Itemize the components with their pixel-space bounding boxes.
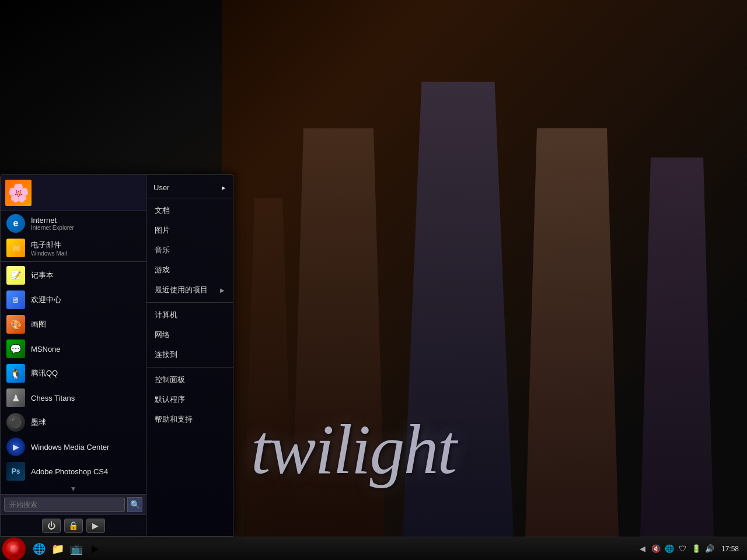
start-orb-inner [10, 545, 18, 553]
start-menu-search: 🔍 [1, 494, 146, 514]
tray-volume-icon[interactable]: 🔇 [650, 543, 662, 555]
taskbar-folder-icon[interactable]: 📁 [49, 540, 67, 558]
right-menu-music[interactable]: 音乐 [146, 240, 233, 260]
tray-security-icon[interactable]: 🛡 [677, 543, 689, 555]
right-menu-network[interactable]: 网络 [146, 325, 233, 345]
menu-item-qq[interactable]: 🐧 腾讯QQ [1, 361, 146, 386]
pinned-apps-section: e Internet Internet Explorer ✉ 电子邮件 Wind… [1, 211, 146, 494]
start-menu-header: 🌸 [1, 175, 146, 211]
recent-label: 最近使用的项目 [155, 285, 208, 295]
start-orb [6, 541, 22, 557]
defaultprograms-label: 默认程序 [155, 394, 185, 405]
chess-title: Chess Titans [31, 394, 75, 402]
qq-title: 腾讯QQ [31, 368, 58, 379]
menu-item-wmc[interactable]: ▶ Windows Media Center [1, 435, 146, 459]
menu-item-chess[interactable]: ♟ Chess Titans [1, 386, 146, 410]
mail-title: 电子邮件 [31, 240, 67, 250]
marble-icon: ⚫ [6, 413, 25, 432]
qq-icon: 🐧 [6, 364, 25, 383]
paint-title: 画图 [31, 319, 46, 330]
right-menu-games[interactable]: 游戏 [146, 260, 233, 280]
right-user-arrow: ▸ [222, 183, 226, 192]
right-menu-computer[interactable]: 计算机 [146, 305, 233, 325]
msn-icon: 💬 [6, 340, 25, 358]
controlpanel-label: 控制面板 [155, 374, 185, 385]
right-menu-pictures[interactable]: 图片 [146, 220, 233, 240]
marble-title: 墨球 [31, 417, 46, 428]
wmc-title: Windows Media Center [31, 443, 109, 452]
menu-divider-1 [1, 261, 146, 262]
notepad-icon: 📝 [6, 266, 25, 285]
notepad-title: 记事本 [31, 270, 54, 281]
ie-subtitle: Internet Explorer [31, 225, 74, 231]
mail-text: 电子邮件 Windows Mail [31, 240, 67, 257]
recent-arrow-icon: ▶ [220, 287, 225, 293]
paint-icon: 🎨 [6, 315, 25, 334]
help-label: 帮助和支持 [155, 414, 193, 425]
welcome-title: 欢迎中心 [31, 295, 61, 305]
menu-item-notepad[interactable]: 📝 记事本 [1, 263, 146, 288]
mail-subtitle: Windows Mail [31, 250, 67, 257]
right-menu-controlpanel[interactable]: 控制面板 [146, 370, 233, 390]
power-button[interactable]: ⏻ [42, 519, 61, 533]
start-button[interactable] [2, 537, 26, 561]
mail-icon: ✉ [6, 239, 25, 257]
media-taskbar-glyph: ▶ [92, 543, 99, 554]
menu-item-ps[interactable]: Ps Adobe Photoshop CS4 [1, 459, 146, 484]
quick-launch: 🌐 📁 📺 ▶ [28, 540, 106, 558]
wmc-icon: ▶ [6, 438, 25, 456]
menu-item-marble[interactable]: ⚫ 墨球 [1, 410, 146, 435]
desktop-wallpaper: twilight [222, 0, 747, 537]
right-divider-2 [146, 367, 233, 368]
ps-title: Adobe Photoshop CS4 [31, 467, 108, 476]
ie-title: Internet [31, 216, 74, 225]
ie-taskbar-glyph: 🌐 [33, 542, 46, 555]
ie-icon: e [6, 214, 25, 233]
tray-network-icon[interactable]: 🌐 [664, 543, 675, 555]
more-apps-indicator: ▼ [1, 484, 146, 494]
documents-label: 文档 [155, 205, 170, 216]
network-label: 网络 [155, 330, 170, 340]
chess-icon: ♟ [6, 388, 25, 407]
twilight-title-text: twilight [251, 410, 456, 490]
lock-button[interactable]: 🔒 [64, 519, 83, 533]
taskbar-media-icon[interactable]: ▶ [86, 540, 104, 558]
music-label: 音乐 [155, 245, 170, 256]
right-menu-connect[interactable]: 连接到 [146, 345, 233, 365]
menu-item-paint[interactable]: 🎨 画图 [1, 312, 146, 337]
right-menu-recent[interactable]: 最近使用的项目 ▶ [146, 280, 233, 300]
ie-icon-letter: e [13, 218, 19, 229]
right-menu-documents[interactable]: 文档 [146, 201, 233, 220]
ps-icon: Ps [6, 462, 25, 481]
figure-silhouette-4 [624, 158, 729, 537]
system-tray-area: ◀ 🔇 🌐 🛡 🔋 🔊 17:58 [637, 543, 747, 555]
down-arrow-icon: ▼ [70, 485, 77, 493]
right-menu-help[interactable]: 帮助和支持 [146, 410, 233, 429]
welcome-icon: 🖥 [6, 290, 25, 309]
right-divider-1 [146, 302, 233, 303]
taskbar: 🌐 📁 📺 ▶ ◀ 🔇 🌐 🛡 🔋 🔊 17:58 [0, 537, 747, 560]
menu-item-mail[interactable]: ✉ 电子邮件 Windows Mail [1, 236, 146, 260]
menu-item-welcome[interactable]: 🖥 欢迎中心 [1, 288, 146, 312]
taskbar-ie-icon[interactable]: 🌐 [30, 540, 48, 558]
power-buttons-area: ⏻ 🔒 ▶ [1, 514, 146, 536]
start-menu-right-panel: User ▸ 文档 图片 音乐 游戏 最近使用的项目 ▶ 计算机 网络 连接到 [146, 175, 233, 536]
start-menu: 🌸 e Internet Internet Explorer ✉ 电子邮件 [0, 174, 233, 537]
taskbar-wmc-icon[interactable]: 📺 [68, 540, 85, 558]
tray-speaker-icon[interactable]: 🔊 [704, 543, 715, 555]
menu-item-ie[interactable]: e Internet Internet Explorer [1, 211, 146, 236]
tray-battery-icon[interactable]: 🔋 [690, 543, 702, 555]
right-user-label: User [153, 183, 169, 192]
ie-text: Internet Internet Explorer [31, 216, 74, 231]
menu-item-msn[interactable]: 💬 MSNone [1, 337, 146, 361]
right-menu-defaultprograms[interactable]: 默认程序 [146, 390, 233, 410]
computer-label: 计算机 [155, 310, 177, 320]
msn-title: MSNone [31, 345, 61, 354]
folder-taskbar-glyph: 📁 [51, 542, 64, 555]
tray-hidden-icon[interactable]: ◀ [637, 543, 648, 555]
search-input[interactable] [4, 498, 125, 512]
system-tray: ◀ 🔇 🌐 🛡 🔋 🔊 [637, 543, 715, 555]
taskbar-clock[interactable]: 17:58 [718, 545, 742, 553]
search-button[interactable]: 🔍 [127, 497, 142, 512]
arrow-button[interactable]: ▶ [86, 519, 105, 533]
